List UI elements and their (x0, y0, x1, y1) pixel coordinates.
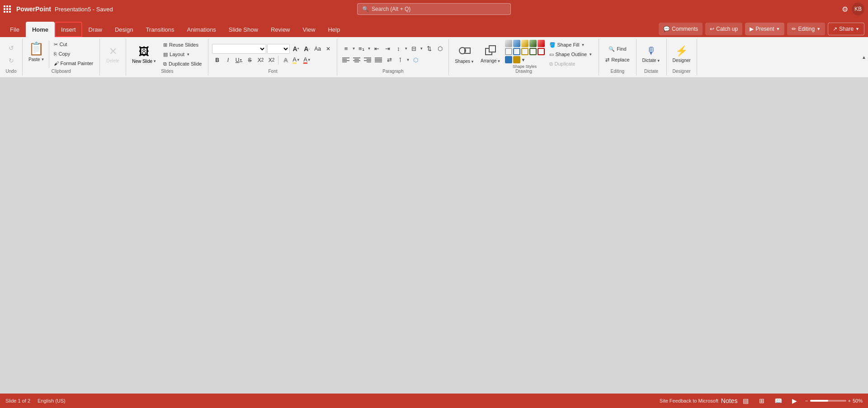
cut-button[interactable]: ✂ Cut (51, 40, 96, 49)
undo-button[interactable]: ↺ (5, 43, 18, 53)
underline-button[interactable]: U▼ (234, 55, 244, 65)
shape-style-2[interactable] (513, 40, 520, 47)
new-slide-button[interactable]: 🖼 New Slide ▼ (130, 44, 159, 65)
line-spacing-button[interactable]: ↕ (393, 44, 403, 54)
slideshow-view-button[interactable]: ▶ (789, 395, 800, 406)
justify-button[interactable] (373, 55, 383, 65)
align-text-button[interactable]: ⊺ (395, 55, 405, 65)
zoom-in-icon[interactable]: + (848, 398, 851, 403)
share-button[interactable]: ↗ Share ▼ (828, 23, 864, 35)
ribbon-collapse[interactable]: ▲ (862, 39, 868, 76)
tab-review[interactable]: Review (264, 22, 297, 37)
superscript-button[interactable]: X2 (266, 55, 276, 65)
duplicate-button[interactable]: ⧉ Duplicate (547, 59, 595, 68)
app-name: PowerPoint (16, 5, 51, 13)
notes-button[interactable]: Notes (724, 395, 735, 406)
layout-button[interactable]: ▤ Layout ▼ (160, 50, 204, 59)
bullet-list-button[interactable]: ≡ (341, 44, 351, 54)
shape-style-6[interactable] (505, 48, 512, 55)
shape-outline-icon: ▭ (549, 52, 554, 57)
redo-button[interactable]: ↻ (5, 55, 18, 66)
tab-view[interactable]: View (297, 22, 322, 37)
delete-button[interactable]: ✕ Delete (103, 44, 123, 65)
shape-style-12[interactable] (513, 56, 520, 63)
bold-button[interactable]: B (212, 55, 222, 65)
subscript-button[interactable]: X2 (255, 55, 265, 65)
convert-smartart-button[interactable]: ⬡ (435, 44, 445, 54)
tab-home[interactable]: Home (26, 22, 55, 37)
shape-style-5[interactable] (538, 40, 545, 47)
change-case-button[interactable]: Aa (312, 44, 322, 54)
shape-style-11[interactable] (505, 56, 512, 63)
dictate-button[interactable]: 🎙 Dictate ▼ (640, 41, 663, 67)
numbered-list-button[interactable]: ≡₁ (356, 44, 366, 54)
comments-button[interactable]: 💬 Comments (659, 23, 703, 35)
tab-animations[interactable]: Animations (181, 22, 222, 37)
user-avatar[interactable]: KB (852, 3, 864, 15)
align-left-button[interactable] (341, 55, 351, 65)
paste-button[interactable]: 📋 Paste ▼ (26, 40, 47, 69)
slide-sorter-button[interactable]: ⊞ (756, 395, 767, 406)
duplicate-slide-button[interactable]: ⧉ Duplicate Slide (160, 59, 204, 68)
clear-format-button[interactable]: ✕ (323, 44, 333, 54)
align-center-button[interactable] (352, 55, 362, 65)
reading-view-button[interactable]: 📖 (773, 395, 783, 406)
text-direction-para-button[interactable]: ⇄ (384, 55, 394, 65)
shape-style-4[interactable] (529, 40, 537, 47)
convert-smartart-para-button[interactable]: ⬡ (410, 55, 420, 65)
normal-view-button[interactable]: ▤ (740, 395, 751, 406)
columns-button[interactable]: ⊟ (409, 44, 419, 54)
strikethrough-button[interactable]: S (245, 55, 255, 65)
shape-fill-button[interactable]: 🪣 Shape Fill ▼ (547, 40, 595, 49)
slide-canvas[interactable] (0, 78, 868, 394)
format-painter-button[interactable]: 🖌 Format Painter (51, 59, 96, 68)
shape-style-8[interactable] (521, 48, 528, 55)
zoom-out-icon[interactable]: − (805, 398, 808, 403)
copy-button[interactable]: ⎘ Copy (51, 49, 96, 58)
tab-file[interactable]: File (4, 22, 26, 37)
tab-draw[interactable]: Draw (82, 22, 108, 37)
tab-transitions[interactable]: Transitions (139, 22, 180, 37)
arrange-button[interactable]: Arrange ▼ (478, 41, 503, 67)
shape-style-3[interactable] (521, 40, 528, 47)
drawing-label: Drawing (515, 69, 532, 75)
paragraph-group: ≡ ▼ ≡₁ ▼ ⇤ ⇥ ↕ ▼ ⊟ ▼ ⇅ ⬡ (337, 39, 449, 76)
comments-icon: 💬 (663, 26, 670, 32)
replace-button[interactable]: ⇄ Replace (603, 55, 632, 64)
shape-style-1[interactable] (505, 40, 512, 47)
text-shadow-button[interactable]: A (280, 55, 290, 65)
shape-style-9[interactable] (529, 48, 537, 55)
shape-style-10[interactable] (538, 48, 545, 55)
decrease-indent-button[interactable]: ⇤ (372, 44, 382, 54)
search-box[interactable]: 🔍 Search (Alt + Q) (357, 3, 511, 15)
decrease-font-button[interactable]: A- (302, 44, 311, 54)
ribbon-right-actions: 💬 Comments ↩ Catch up ▶ Present ▼ ✏ Edit… (659, 23, 864, 37)
present-button[interactable]: ▶ Present ▼ (745, 23, 784, 35)
catchup-button[interactable]: ↩ Catch up (705, 23, 742, 35)
shape-style-7[interactable] (513, 48, 520, 55)
app-grid-icon[interactable] (4, 5, 11, 13)
italic-button[interactable]: I (223, 55, 233, 65)
tab-help[interactable]: Help (321, 22, 346, 37)
settings-icon[interactable]: ⚙ (842, 5, 848, 14)
tab-design[interactable]: Design (108, 22, 139, 37)
editing-button[interactable]: ✏ Editing ▼ (787, 23, 825, 35)
shape-styles-more[interactable]: ▼ (521, 57, 526, 62)
increase-indent-button[interactable]: ⇥ (382, 44, 392, 54)
highlight-color-button[interactable]: A ▼ (291, 55, 301, 65)
font-name-select[interactable] (212, 44, 266, 54)
designer-button[interactable]: ⚡ Designer (670, 41, 693, 67)
tab-slideshow[interactable]: Slide Show (222, 22, 264, 37)
zoom-slider[interactable] (810, 400, 846, 402)
increase-font-button[interactable]: A+ (291, 44, 301, 54)
shapes-button[interactable]: Shapes ▼ (453, 41, 476, 67)
share-caret: ▼ (855, 27, 859, 31)
font-color-button[interactable]: A ▼ (302, 55, 312, 65)
find-button[interactable]: 🔍 Find (606, 44, 629, 53)
text-direction-button[interactable]: ⇅ (424, 44, 434, 54)
reuse-slides-button[interactable]: ⊞ Reuse Slides (160, 40, 204, 49)
font-size-select[interactable] (267, 44, 290, 54)
shape-outline-button[interactable]: ▭ Shape Outline ▼ (547, 50, 595, 59)
tab-insert[interactable]: Insert (55, 22, 82, 37)
align-right-button[interactable] (363, 55, 373, 65)
